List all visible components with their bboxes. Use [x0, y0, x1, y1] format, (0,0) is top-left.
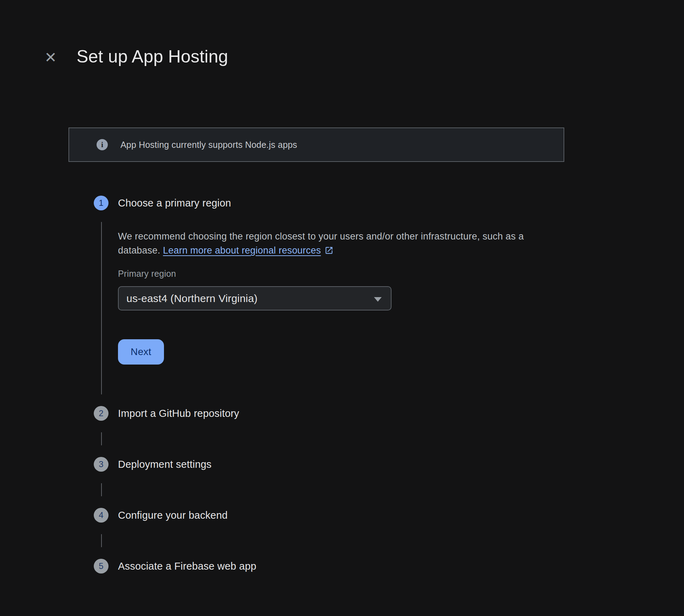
next-button[interactable]: Next — [118, 339, 164, 365]
primary-region-select[interactable]: us-east4 (Northern Virginia) — [118, 286, 392, 310]
step-1-label: Choose a primary region — [118, 196, 231, 210]
step-5-label: Associate a Firebase web app — [118, 559, 256, 574]
step-3-badge: 3 — [94, 457, 108, 472]
step-2-badge: 2 — [94, 406, 108, 421]
info-banner: i App Hosting currently supports Node.js… — [68, 127, 564, 162]
description-line-2: database. Learn more about regional reso… — [118, 243, 524, 259]
step-4-label: Configure your backend — [118, 508, 228, 523]
step-1-badge: 1 — [94, 196, 108, 210]
primary-region-label: Primary region — [118, 269, 176, 279]
stepper-connector — [101, 483, 102, 496]
open-in-new-icon — [324, 245, 334, 259]
page-title: Set up App Hosting — [77, 46, 228, 67]
step-4-badge: 4 — [94, 508, 108, 523]
step-1-description: We recommend choosing the region closest… — [118, 229, 524, 259]
dropdown-arrow-icon — [374, 297, 382, 302]
step-5-badge: 5 — [94, 559, 108, 574]
info-banner-text: App Hosting currently supports Node.js a… — [120, 140, 297, 150]
primary-region-value: us-east4 (Northern Virginia) — [126, 293, 258, 304]
description-line-1: We recommend choosing the region closest… — [118, 229, 524, 243]
step-2-label: Import a GitHub repository — [118, 406, 239, 421]
step-3-label: Deployment settings — [118, 457, 212, 472]
close-icon[interactable]: ✕ — [40, 47, 61, 68]
description-line-2-prefix: database. — [118, 245, 163, 256]
stepper-connector — [101, 432, 102, 445]
stepper-connector — [101, 222, 102, 394]
learn-more-link[interactable]: Learn more about regional resources — [163, 245, 321, 256]
stepper-connector — [101, 534, 102, 547]
setup-app-hosting-dialog: ✕ Set up App Hosting i App Hosting curre… — [0, 0, 684, 616]
info-icon: i — [97, 139, 108, 150]
